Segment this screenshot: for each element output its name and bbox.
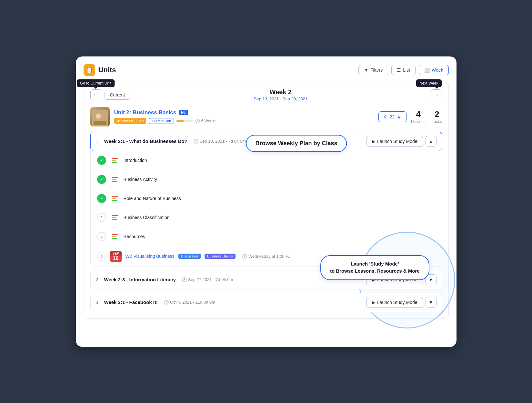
- clock-icon-3: 🕐: [182, 277, 187, 282]
- lesson3-left: 3 Week 3:1 - Facebook It! 🕐 Oct 4, 2021 …: [96, 299, 216, 305]
- bars-icon-1: [112, 158, 118, 163]
- lesson2-left: 2 Week 2:3 - Information Literacy 🕐 Sep …: [96, 277, 233, 282]
- hl-badge: HL: [179, 110, 188, 115]
- item-icon-1: [110, 156, 120, 165]
- item-label-4: Business Classification: [124, 215, 170, 220]
- play-icon-3: ▶: [372, 300, 375, 305]
- item-label-1: Introduction: [124, 158, 147, 163]
- unit-info: Unit 2: Business Basics HL ⟳ Starts W3 S…: [114, 109, 374, 124]
- clock-icon-2: 🕐: [193, 139, 198, 144]
- prev-tooltip: Go to Current Unit: [77, 79, 115, 87]
- prev-week-button[interactable]: ← Go to Current Unit: [90, 89, 101, 100]
- item-num-3: ✓: [97, 194, 106, 203]
- launch-study-mode-3[interactable]: ▶ Launch Study Mode: [366, 297, 423, 308]
- svg-rect-2: [94, 121, 106, 125]
- layers-button[interactable]: ⊕ 22 ▲: [378, 111, 407, 122]
- bars-icon-4: [112, 215, 118, 220]
- unit-tags: ⟳ Starts W3 Sep Current Unit 🕐 6 Weeks: [114, 118, 374, 124]
- header-buttons: ▼ Filters ☰ List ⬜ Week: [358, 65, 448, 75]
- layers-icon: ⊕: [384, 114, 388, 119]
- starts-tag: ⟳ Starts W3 Sep: [114, 118, 146, 124]
- unit-image: [90, 107, 110, 126]
- item-icon-4: [110, 213, 120, 222]
- lesson1-time: 🕐 Sep 13, 2021 - 7d 0h 0m: [193, 139, 246, 144]
- progress-bar: [176, 120, 193, 122]
- list-icon: ☰: [397, 67, 401, 73]
- item-label-5: Resources: [124, 234, 145, 239]
- svg-point-1: [96, 114, 101, 119]
- lesson3-row: 3 Week 3:1 - Facebook It! 🕐 Oct 4, 2021 …: [90, 293, 442, 312]
- clock-icon: 🕐: [195, 119, 200, 123]
- unit-thumbnail: [90, 107, 110, 126]
- progress-fill: [176, 120, 184, 122]
- clock-icon-4: 🕐: [164, 300, 169, 305]
- item-num-6: 6: [97, 252, 106, 261]
- item-label-2: Business Activity: [124, 177, 157, 182]
- lesson2-time: 🕐 Sep 27 2021 - 7d 0h 0m: [182, 277, 233, 282]
- item-time-6: 🕐 Wednesday at 1:00 P...: [242, 254, 291, 259]
- week-nav-left: ← Go to Current Unit Current: [90, 89, 131, 100]
- sep-badge: SEP 16: [110, 251, 122, 262]
- list-item: ✓ Role and Nature of Business: [91, 189, 442, 208]
- current-unit-tag: Current Unit: [149, 118, 174, 124]
- filters-button[interactable]: ▼ Filters: [358, 65, 388, 75]
- item-num-1: ✓: [97, 156, 106, 165]
- browse-weekly-callout: Browse Weekly Plan by Class: [246, 135, 347, 152]
- units-icon: 📋: [84, 64, 95, 76]
- item-icon-3: [110, 194, 120, 203]
- week-title: Week 2: [254, 88, 307, 96]
- list-item: 5 Resources: [91, 227, 442, 246]
- item-link-6[interactable]: W2 Visualising Business: [125, 254, 175, 259]
- expand-button-3[interactable]: ▼: [426, 297, 437, 308]
- page-title: Units: [98, 66, 116, 74]
- next-week-button[interactable]: → Next Week: [431, 89, 442, 100]
- list-item: ✓ Introduction: [91, 151, 442, 170]
- clock-icon-6: 🕐: [242, 254, 247, 259]
- lessons-stat: 4 Lessons: [411, 109, 426, 124]
- filter-icon: ▼: [364, 67, 368, 73]
- expand-button-1[interactable]: ▲: [426, 136, 437, 147]
- launch-study-mode-1[interactable]: ▶ Launch Study Mode: [366, 136, 423, 147]
- week-nav-right: → Next Week: [431, 89, 442, 100]
- tasks-stat: 2 Tasks: [432, 109, 442, 124]
- play-icon-1: ▶: [372, 139, 375, 144]
- main-card: 📋 Units ▼ Filters ☰ List ⬜ Week ←: [76, 56, 457, 347]
- inner-card: ← Go to Current Unit Current Week 2 Sep …: [84, 82, 449, 319]
- chevron-icon: ▲: [396, 114, 401, 119]
- refresh-icon: ⟳: [117, 119, 120, 123]
- list-item: ✓ Business Activity: [91, 170, 442, 189]
- page-header: 📋 Units ▼ Filters ☰ List ⬜ Week: [84, 64, 449, 76]
- unit-stats: 4 Lessons 2 Tasks: [411, 109, 442, 124]
- item-num-4: 4: [97, 213, 106, 222]
- week-dates: Sep 13, 2021 - Sep 20, 2021: [254, 96, 307, 101]
- business-basics-badge: Business Basics: [205, 254, 236, 259]
- week-center: Week 2 Sep 13, 2021 - Sep 20, 2021: [254, 88, 307, 101]
- list-button[interactable]: ☰ List: [391, 65, 416, 75]
- unit-name-row: Unit 2: Business Basics HL: [114, 109, 374, 116]
- item-num-5: 5: [97, 232, 106, 241]
- item-icon-5: [110, 232, 120, 241]
- item-num-2: ✓: [97, 175, 106, 184]
- item-label-3: Role and Nature of Business: [124, 196, 181, 201]
- lesson1-wrapper: 1 Week 2:1 - What do Businesses Do? 🕐 Se…: [90, 132, 442, 267]
- unit-row: Unit 2: Business Basics HL ⟳ Starts W3 S…: [90, 107, 442, 126]
- bars-icon-2: [112, 177, 118, 182]
- week-button[interactable]: ⬜ Week: [419, 65, 449, 75]
- lesson1-left: 1 Week 2:1 - What do Businesses Do? 🕐 Se…: [96, 138, 246, 144]
- item-icon-2: [110, 175, 120, 184]
- week-icon: ⬜: [424, 67, 430, 73]
- next-tooltip: Next Week: [416, 79, 441, 87]
- discussion-badge: Discussion: [178, 254, 201, 259]
- lesson-items-list: ✓ Introduction ✓: [90, 151, 442, 267]
- lesson3-time: 🕐 Oct 4, 2021 - 21d 0h 0m: [164, 300, 215, 305]
- current-button[interactable]: Current: [105, 90, 131, 100]
- week-nav: ← Go to Current Unit Current Week 2 Sep …: [90, 88, 442, 101]
- bars-icon-5: [112, 234, 118, 239]
- title-area: 📋 Units: [84, 64, 116, 76]
- unit-name-link[interactable]: Unit 2: Business Basics: [114, 109, 176, 116]
- list-item: 4 Business Classification: [91, 208, 442, 227]
- duration-tag: 🕐 6 Weeks: [195, 119, 216, 123]
- bars-icon-3: [112, 196, 118, 201]
- study-mode-callout: Launch 'Study Mode' to Browse Lessons, R…: [320, 255, 429, 280]
- progress-tag: [176, 120, 193, 122]
